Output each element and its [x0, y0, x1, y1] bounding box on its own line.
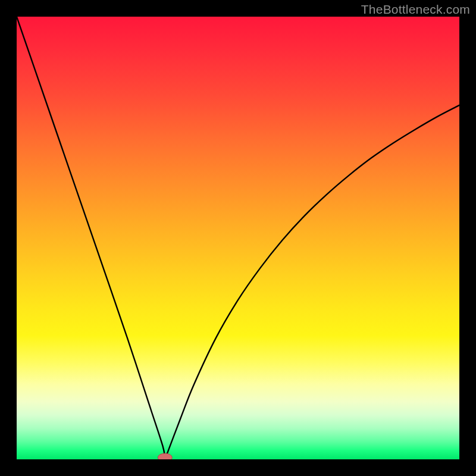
chart-svg	[17, 17, 459, 459]
watermark-text: TheBottleneck.com	[361, 2, 470, 17]
bottleneck-curve	[17, 17, 459, 459]
optimal-marker	[158, 453, 172, 459]
chart-plot-area	[17, 17, 459, 459]
